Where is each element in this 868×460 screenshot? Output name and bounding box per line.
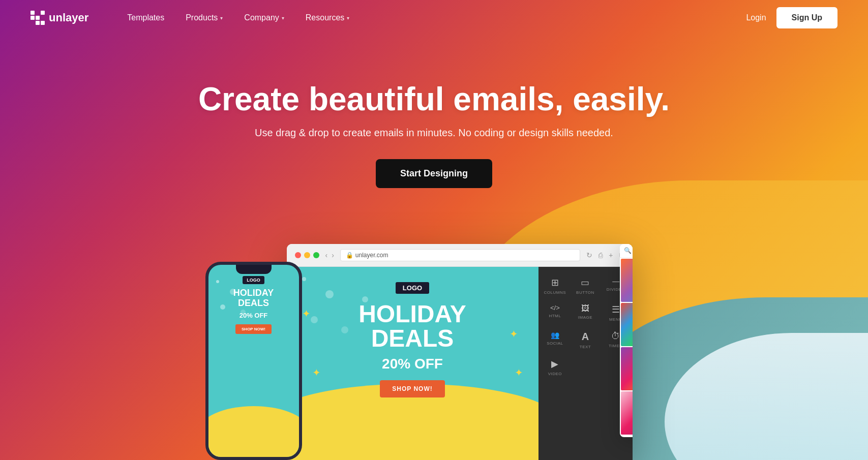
share-icon[interactable]: ⎙ <box>598 251 603 260</box>
spark-icon-3: ✦ <box>312 366 321 379</box>
navigation: unlayer Templates Products ▾ Company ▾ R… <box>0 0 868 36</box>
tool-columns[interactable]: ⊞ COLUMNS <box>541 272 570 298</box>
menu-icon: ☰ <box>612 304 620 315</box>
canvas-logo: LOGO <box>396 282 429 294</box>
spark-icon-1: ✦ <box>302 308 311 320</box>
forward-icon[interactable]: › <box>332 251 334 259</box>
canvas-shop-button: SHOP NOW! <box>380 380 444 397</box>
hero-section: Create beautiful emails, easily. Use dra… <box>0 0 868 460</box>
text-icon: A <box>582 331 589 343</box>
editor-tools-grid: ⊞ COLUMNS ▭ BUTTON — DIVIDER </> <box>538 272 633 379</box>
phone-headline: HOLIDAY DEALS <box>233 288 274 309</box>
image-icon: 🖼 <box>581 304 589 313</box>
browser-nav: ‹ › <box>325 251 334 259</box>
nav-templates[interactable]: Templates <box>119 9 172 26</box>
signup-button[interactable]: Sign Up <box>776 7 837 28</box>
nav-resources[interactable]: Resources ▾ <box>297 9 357 26</box>
timer-icon: ⏱ <box>611 331 620 342</box>
spark-icon-4: ✦ <box>515 366 523 379</box>
logo-icon <box>31 11 45 25</box>
lock-icon: 🔒 <box>346 252 353 259</box>
maximize-dot <box>313 252 319 258</box>
image-result-1[interactable] <box>621 259 633 302</box>
image-search-panel: 🔍 ✕ <box>620 244 633 437</box>
spark-icon-2: ✦ <box>510 328 518 340</box>
phone-screen: LOGO HOLIDAY DEALS 20% OFF SHOP NOW! <box>208 265 299 457</box>
login-button[interactable]: Login <box>746 13 766 22</box>
back-icon[interactable]: ‹ <box>325 251 328 259</box>
divider-icon: — <box>612 277 619 285</box>
nav-actions: Login Sign Up <box>746 7 837 28</box>
nav-products[interactable]: Products ▾ <box>177 9 231 26</box>
phone-discount: 20% OFF <box>240 312 268 319</box>
start-designing-button[interactable]: Start Designing <box>376 159 492 188</box>
image-search-input[interactable] <box>632 247 633 254</box>
browser-toolbar-actions: ↻ ⎙ + ⧉ <box>586 251 624 260</box>
canvas-headline: HOLIDAY DEALS <box>358 302 466 351</box>
video-icon: ▶ <box>551 358 558 370</box>
image-search-bar[interactable]: 🔍 ✕ <box>620 244 633 258</box>
nav-links: Templates Products ▾ Company ▾ Resources… <box>119 9 746 26</box>
image-result-5[interactable] <box>621 347 633 390</box>
products-chevron-icon: ▾ <box>220 15 223 21</box>
editor-sidebar: ⊞ COLUMNS ▭ BUTTON — DIVIDER </> <box>538 267 633 460</box>
phone-notch <box>236 265 272 274</box>
browser-toolbar: ‹ › 🔒 unlayer.com ↻ ⎙ + ⧉ <box>287 244 633 267</box>
image-result-7[interactable] <box>621 391 633 435</box>
reload-icon[interactable]: ↻ <box>586 251 592 260</box>
social-icon: 👥 <box>551 331 559 339</box>
close-dot <box>295 252 301 258</box>
tool-image[interactable]: 🖼 IMAGE <box>571 299 600 325</box>
hero-title: Create beautiful emails, easily. <box>198 81 670 117</box>
search-icon: 🔍 <box>624 247 632 254</box>
columns-icon: ⊞ <box>551 277 559 288</box>
image-result-3[interactable] <box>621 303 633 346</box>
mockup-section: LOGO HOLIDAY DEALS 20% OFF SHOP NOW! <box>205 244 663 460</box>
hero-subtitle: Use drag & drop to create emails in minu… <box>198 127 670 139</box>
resources-chevron-icon: ▾ <box>347 15 349 21</box>
canvas-decorations <box>302 277 306 281</box>
phone-logo: LOGO <box>243 276 264 284</box>
html-icon: </> <box>550 304 560 312</box>
phone-wave <box>208 406 299 457</box>
phone-mockup: LOGO HOLIDAY DEALS 20% OFF SHOP NOW! <box>205 262 302 460</box>
nav-company[interactable]: Company ▾ <box>236 9 292 26</box>
tool-html[interactable]: </> HTML <box>541 299 570 325</box>
add-tab-icon[interactable]: + <box>609 251 613 260</box>
phone-shop-button: SHOP NOW! <box>235 324 272 334</box>
minimize-dot <box>304 252 310 258</box>
tool-text[interactable]: A TEXT <box>571 326 600 352</box>
address-bar[interactable]: 🔒 unlayer.com <box>340 249 580 261</box>
tool-video[interactable]: ▶ VIDEO <box>541 353 570 379</box>
email-canvas: LOGO HOLIDAY DEALS 20% OFF SHOP NOW! ✦ ✦… <box>287 267 538 460</box>
tool-social[interactable]: 👥 SOCIAL <box>541 326 570 352</box>
button-icon: ▭ <box>581 277 589 288</box>
tool-button[interactable]: ▭ BUTTON <box>571 272 600 298</box>
company-chevron-icon: ▾ <box>282 15 284 21</box>
browser-mockup: ‹ › 🔒 unlayer.com ↻ ⎙ + ⧉ LOGO <box>287 244 633 460</box>
logo-text: unlayer <box>49 11 88 24</box>
canvas-discount: 20% OFF <box>382 356 443 372</box>
browser-window-controls <box>295 252 319 258</box>
browser-body: LOGO HOLIDAY DEALS 20% OFF SHOP NOW! ✦ ✦… <box>287 267 633 460</box>
phone-decorations <box>216 280 219 283</box>
image-results-grid <box>620 258 633 436</box>
logo-link[interactable]: unlayer <box>31 11 88 25</box>
